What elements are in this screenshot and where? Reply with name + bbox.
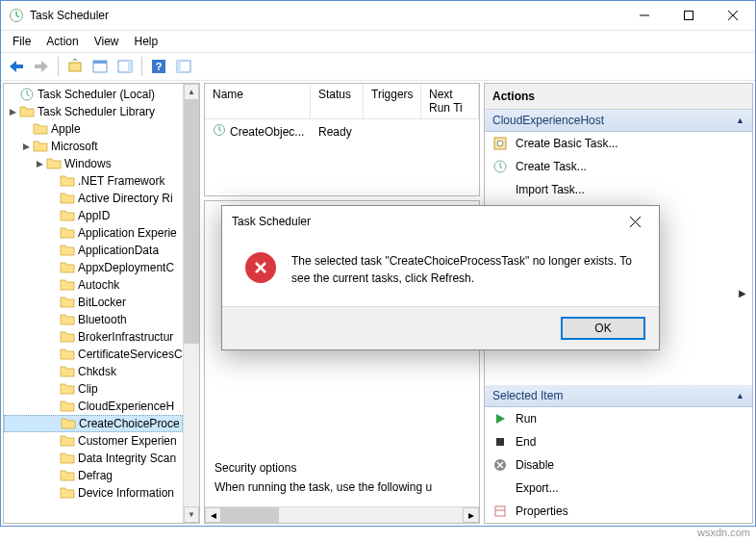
svg-rect-19 bbox=[496, 438, 504, 446]
dialog-titlebar: Task Scheduler bbox=[222, 206, 659, 237]
action-run[interactable]: Run bbox=[485, 407, 752, 430]
folder-icon bbox=[60, 295, 75, 310]
tree-label: CloudExperienceH bbox=[78, 400, 174, 413]
back-button[interactable] bbox=[5, 55, 28, 78]
tree-label: Autochk bbox=[78, 278, 119, 292]
chevron-right-icon[interactable]: ▶ bbox=[739, 288, 746, 298]
folder-icon bbox=[60, 364, 75, 379]
tree-item-2[interactable]: AppID bbox=[4, 207, 183, 224]
forward-button[interactable] bbox=[30, 55, 53, 78]
maximize-button[interactable] bbox=[667, 1, 711, 30]
tree-item-6[interactable]: Autochk bbox=[4, 276, 183, 294]
close-button[interactable] bbox=[711, 1, 755, 30]
tree-item-9[interactable]: BrokerInfrastructur bbox=[4, 328, 183, 346]
dialog-close-button[interactable] bbox=[620, 210, 649, 233]
ok-button[interactable]: OK bbox=[561, 317, 645, 340]
tree-item-14[interactable]: CreateChoiceProce bbox=[4, 415, 183, 432]
folder-icon bbox=[61, 416, 76, 431]
actions-group-selected[interactable]: Selected Item▲ bbox=[485, 385, 752, 407]
folder-icon bbox=[60, 347, 75, 362]
action-icon bbox=[492, 503, 508, 519]
svg-rect-2 bbox=[685, 12, 693, 20]
tree-item-8[interactable]: Bluetooth bbox=[4, 311, 183, 328]
action-create-task-[interactable]: Create Task... bbox=[485, 155, 752, 178]
folder-icon bbox=[46, 156, 62, 171]
window-title: Task Scheduler bbox=[30, 9, 622, 22]
tree-item-16[interactable]: Data Integrity Scan bbox=[4, 450, 183, 467]
tree-root-node[interactable]: Task Scheduler (Local) bbox=[4, 86, 183, 103]
tree-item-17[interactable]: Defrag bbox=[4, 467, 183, 484]
scroll-down[interactable]: ▼ bbox=[184, 506, 199, 523]
action-icon bbox=[492, 159, 508, 174]
tree-item-4[interactable]: ApplicationData bbox=[4, 242, 183, 259]
svg-rect-7 bbox=[93, 61, 107, 64]
action-export-[interactable]: Export... bbox=[485, 477, 752, 500]
tree-item-7[interactable]: BitLocker bbox=[4, 294, 183, 311]
tree-windows[interactable]: Windows bbox=[4, 155, 183, 172]
tree-label: BitLocker bbox=[78, 296, 126, 309]
tree-label: Bluetooth bbox=[78, 313, 127, 326]
task-list[interactable]: Name Status Triggers Next Run Ti CreateO… bbox=[204, 83, 480, 196]
help-button[interactable]: ? bbox=[147, 55, 170, 78]
tree-label: CreateChoiceProce bbox=[79, 417, 180, 430]
toolbar-icon-1[interactable] bbox=[88, 55, 112, 78]
tree-apple[interactable]: Apple bbox=[4, 120, 183, 138]
col-name[interactable]: Name bbox=[205, 84, 311, 119]
task-row[interactable]: CreateObjec... Ready bbox=[205, 119, 479, 143]
folder-icon bbox=[33, 139, 48, 154]
menu-view[interactable]: View bbox=[87, 32, 127, 51]
tree-microsoft[interactable]: Microsoft bbox=[4, 138, 183, 155]
action-end[interactable]: End bbox=[485, 430, 752, 453]
folder-icon bbox=[60, 225, 75, 241]
tree-pane[interactable]: Task Scheduler (Local)Task Scheduler Lib… bbox=[3, 83, 200, 524]
detail-hscroll[interactable]: ◂ ▸ bbox=[205, 506, 479, 523]
tree-label: ApplicationData bbox=[78, 244, 159, 257]
svg-rect-5 bbox=[69, 63, 81, 71]
col-status[interactable]: Status bbox=[311, 84, 364, 119]
tree-item-3[interactable]: Application Experie bbox=[4, 224, 183, 242]
action-icon bbox=[492, 182, 508, 197]
up-button[interactable] bbox=[63, 55, 87, 78]
folder-icon bbox=[60, 208, 75, 223]
tree-label: Apple bbox=[51, 122, 81, 136]
tree-library[interactable]: Task Scheduler Library bbox=[4, 103, 183, 120]
menubar: File Action View Help bbox=[1, 31, 755, 52]
toolbar-icon-3[interactable] bbox=[172, 55, 195, 78]
actions-title: Actions bbox=[485, 84, 752, 110]
tree-item-10[interactable]: CertificateServicesC bbox=[4, 346, 183, 363]
tree-item-12[interactable]: Clip bbox=[4, 380, 183, 398]
folder-icon bbox=[19, 104, 35, 119]
action-import-task-[interactable]: Import Task... bbox=[485, 178, 752, 201]
tree-scrollbar[interactable]: ▲ ▼ bbox=[183, 84, 199, 523]
tree-item-15[interactable]: Customer Experien bbox=[4, 432, 183, 450]
col-next[interactable]: Next Run Ti bbox=[421, 84, 479, 119]
minimize-button[interactable] bbox=[622, 1, 667, 30]
action-create-basic-task-[interactable]: Create Basic Task... bbox=[485, 132, 752, 155]
scheduler-icon bbox=[19, 87, 35, 102]
actions-group-cloud[interactable]: CloudExperienceHost▲ bbox=[485, 110, 752, 132]
toolbar-icon-2[interactable] bbox=[113, 55, 137, 78]
menu-help[interactable]: Help bbox=[127, 32, 166, 51]
action-properties[interactable]: Properties bbox=[485, 500, 752, 523]
svg-rect-13 bbox=[177, 61, 181, 72]
folder-icon bbox=[60, 485, 75, 501]
tree-label: Device Information bbox=[78, 486, 174, 500]
menu-action[interactable]: Action bbox=[38, 32, 86, 51]
action-icon bbox=[492, 411, 508, 426]
tree-item-5[interactable]: AppxDeploymentC bbox=[4, 259, 183, 276]
scroll-left[interactable]: ◂ bbox=[205, 507, 221, 523]
collapse-icon: ▲ bbox=[736, 391, 744, 400]
action-disable[interactable]: Disable bbox=[485, 453, 752, 477]
col-triggers[interactable]: Triggers bbox=[364, 84, 421, 119]
menu-file[interactable]: File bbox=[5, 32, 38, 51]
tree-item-11[interactable]: Chkdsk bbox=[4, 363, 183, 380]
scroll-up[interactable]: ▲ bbox=[184, 84, 199, 100]
scroll-right[interactable]: ▸ bbox=[463, 507, 479, 523]
dialog-title: Task Scheduler bbox=[232, 215, 311, 228]
tree-item-0[interactable]: .NET Framework bbox=[4, 172, 183, 190]
toolbar: ? bbox=[1, 52, 755, 81]
tree-item-18[interactable]: Device Information bbox=[4, 484, 183, 502]
tree-item-1[interactable]: Active Directory Ri bbox=[4, 190, 183, 207]
tree-item-13[interactable]: CloudExperienceH bbox=[4, 398, 183, 415]
folder-icon bbox=[60, 173, 75, 189]
